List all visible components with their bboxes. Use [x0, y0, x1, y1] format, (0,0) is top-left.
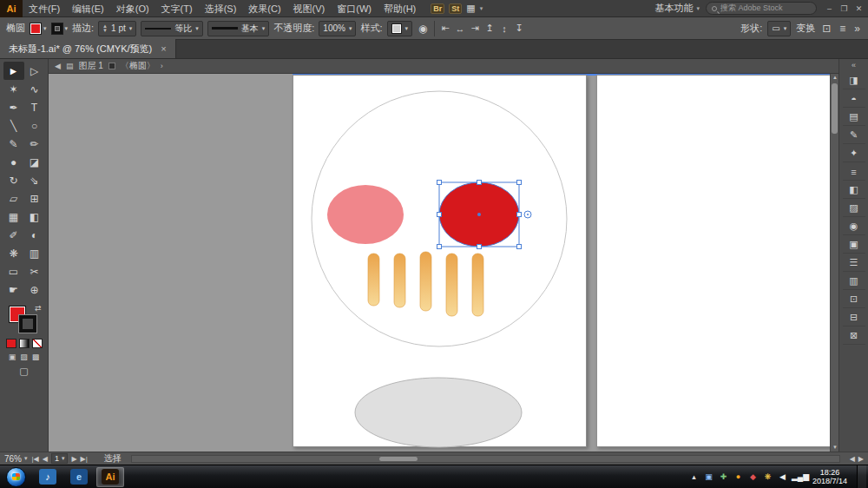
selection-handle[interactable] — [477, 245, 482, 249]
pen-tool[interactable]: ✒ — [3, 98, 24, 116]
align-center-horizontal-icon[interactable]: ↔ — [454, 22, 467, 36]
selection-handle[interactable] — [517, 181, 522, 185]
hand-tool[interactable]: ☛ — [3, 280, 24, 299]
selection-tool[interactable]: ► — [3, 62, 24, 80]
screen-mode-button[interactable]: ▢ — [19, 366, 28, 377]
stroke-swatch[interactable] — [19, 315, 36, 333]
artboard-navigation-combo[interactable]: 1 ▾ — [51, 453, 69, 464]
stock-icon[interactable]: St — [449, 3, 462, 14]
column-graph-tool[interactable]: ▥ — [24, 244, 45, 262]
left-eye-ellipse[interactable] — [327, 185, 404, 244]
shield-tray-icon[interactable]: ◆ — [747, 472, 759, 481]
bridge-icon[interactable]: Br — [431, 3, 444, 14]
previous-artboard-icon[interactable]: ◀ — [43, 455, 48, 463]
selection-handle[interactable] — [477, 181, 482, 185]
symbol-sprayer-tool[interactable]: ❋ — [3, 244, 24, 262]
menu-type[interactable]: 文字(T) — [155, 0, 199, 17]
drawing-mode-icon-1[interactable]: ▣ — [9, 353, 16, 361]
transform-panel-icon[interactable]: ⊡ — [843, 291, 865, 308]
selection-handle[interactable] — [437, 181, 442, 185]
vertical-scrollbar[interactable]: ▲ ▼ — [830, 74, 838, 452]
transparency-panel-icon[interactable]: ▨ — [843, 200, 865, 217]
display-tray-icon[interactable]: ▣ — [703, 472, 714, 481]
drawing-mode-icon-2[interactable]: ▨ — [20, 353, 28, 361]
volume-tray-icon[interactable]: ◀ — [777, 472, 788, 481]
taskbar-clock[interactable]: 18:26 2018/7/14 — [806, 468, 853, 485]
drawing-mode-icon-3[interactable]: ▩ — [32, 353, 40, 361]
menu-select[interactable]: 选择(S) — [199, 0, 243, 17]
last-artboard-icon[interactable]: ▶| — [81, 455, 88, 463]
menu-object[interactable]: 对象(O) — [110, 0, 155, 17]
pathfinder-panel-icon[interactable]: ⊠ — [843, 327, 865, 345]
align-panel-icon[interactable]: ⊟ — [843, 309, 865, 326]
magic-wand-tool[interactable]: ✶ — [3, 80, 24, 98]
control-collapse-icon[interactable]: » — [852, 23, 862, 35]
tooth-bar-1[interactable] — [368, 254, 379, 306]
show-desktop-button[interactable] — [857, 465, 866, 488]
scroll-up-icon[interactable]: ▲ — [831, 74, 838, 82]
menu-edit[interactable]: 编辑(E) — [66, 0, 110, 17]
restore-button[interactable]: ❐ — [838, 3, 851, 15]
shape-combo[interactable]: ▭ ▾ — [767, 21, 791, 36]
scroll-down-icon[interactable]: ▼ — [831, 444, 838, 452]
menu-help[interactable]: 帮助(H) — [378, 0, 422, 17]
workspace-switcher[interactable]: 基本功能 ▾ — [654, 2, 700, 15]
security-tray-icon[interactable]: ✚ — [718, 472, 729, 481]
appearance-panel-icon[interactable]: ◉ — [843, 218, 865, 235]
breadcrumb-layer[interactable]: 图层 1 — [78, 60, 102, 72]
graphic-styles-panel-icon[interactable]: ▣ — [843, 236, 865, 254]
artboards-panel-icon[interactable]: ▥ — [843, 273, 865, 290]
stroke-weight-combo[interactable]: ▲▼ 1 pt ▾ — [98, 21, 136, 36]
stroke-panel-icon[interactable]: ≡ — [843, 163, 865, 181]
rotate-tool[interactable]: ↻ — [3, 171, 24, 189]
taskbar-internet-explorer[interactable]: e — [65, 467, 93, 487]
align-bottom-icon[interactable]: ↧ — [513, 22, 526, 36]
symbols-panel-icon[interactable]: ✦ — [843, 145, 865, 162]
scroll-right-icon[interactable]: ▶ — [858, 455, 864, 463]
direct-selection-tool[interactable]: ▷ — [24, 62, 45, 80]
network-tray-icon[interactable]: ▂▄▆ — [792, 472, 803, 481]
canvas-pasteboard[interactable]: ▲ ▼ — [49, 74, 838, 452]
width-profile-combo[interactable]: 等比 ▾ — [141, 21, 203, 36]
stroke-color-swatch[interactable] — [51, 23, 63, 35]
style-combo[interactable]: ▾ — [387, 21, 413, 36]
eyedropper-tool[interactable]: ✐ — [3, 226, 24, 244]
brush-definition-combo[interactable]: 基本 ▾ — [207, 21, 270, 36]
gradient-button[interactable] — [19, 339, 30, 348]
swatches-panel-icon[interactable]: ▤ — [843, 109, 865, 126]
stroke-spinner-icon[interactable]: ▲▼ — [102, 24, 108, 33]
lasso-tool[interactable]: ∿ — [24, 80, 45, 98]
isolate-selected-object-icon[interactable]: ⊡ — [820, 23, 832, 35]
scroll-left-icon[interactable]: ◀ — [850, 455, 855, 463]
none-button[interactable] — [32, 339, 43, 348]
tooth-bar-5[interactable] — [472, 254, 483, 316]
layers-panel-icon[interactable]: ☰ — [843, 254, 865, 272]
document-tab[interactable]: 未标题-1.ai* @ 76% (CMYK/预览) × — [0, 39, 176, 58]
menu-file[interactable]: 文件(F) — [23, 0, 66, 17]
color-guide-panel-icon[interactable]: ◓ — [843, 90, 865, 108]
messenger-tray-icon[interactable]: ❋ — [762, 472, 773, 481]
paintbrush-tool[interactable]: ✎ — [3, 135, 24, 153]
taskbar-illustrator[interactable]: Ai — [96, 467, 124, 487]
menu-view[interactable]: 视图(V) — [287, 0, 332, 17]
start-button[interactable] — [6, 467, 26, 487]
selection-handle[interactable] — [517, 213, 522, 217]
scale-tool[interactable]: ⇘ — [24, 171, 45, 189]
taskbar-media-player[interactable]: ♪ — [34, 467, 62, 487]
chin-shape[interactable] — [355, 378, 522, 447]
selection-center-point[interactable] — [477, 213, 481, 216]
control-panel-menu-icon[interactable]: ≡ — [838, 23, 847, 35]
ellipse-tool[interactable]: ○ — [24, 116, 45, 135]
color-panel-icon[interactable]: ◨ — [843, 72, 865, 89]
gradient-panel-icon[interactable]: ◧ — [843, 181, 865, 199]
align-top-icon[interactable]: ↥ — [483, 22, 496, 36]
breadcrumb-object[interactable]: 〈椭圆〉 — [121, 60, 155, 72]
type-tool[interactable]: T — [24, 98, 45, 116]
horizontal-scrollbar[interactable] — [131, 455, 840, 463]
stroke-color-control[interactable]: ▾ — [51, 23, 69, 35]
zoom-tool[interactable]: ⊕ — [24, 280, 45, 299]
stock-search-input[interactable]: 搜索 Adobe Stock — [706, 2, 817, 15]
next-artboard-icon[interactable]: ▶ — [71, 455, 76, 463]
gradient-tool[interactable]: ◧ — [24, 208, 45, 226]
align-right-icon[interactable]: ⇥ — [469, 22, 482, 36]
